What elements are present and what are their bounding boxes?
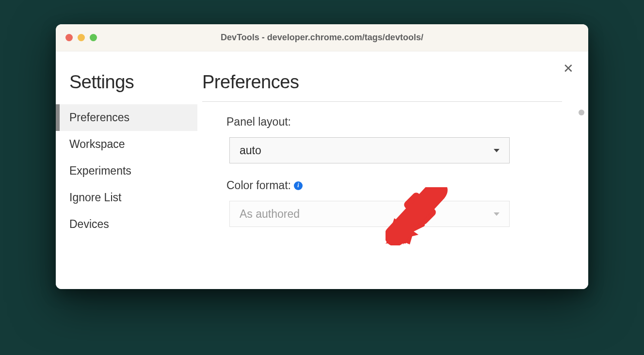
close-window-button[interactable] xyxy=(65,34,73,41)
traffic-lights xyxy=(65,34,97,41)
sidebar-item-label: Experiments xyxy=(69,164,131,177)
maximize-window-button[interactable] xyxy=(90,34,97,41)
color-format-select[interactable]: As authored xyxy=(229,201,510,227)
devtools-window: DevTools - developer.chrome.com/tags/dev… xyxy=(56,24,588,289)
sidebar-title: Settings xyxy=(69,72,197,93)
select-value: As authored xyxy=(240,208,300,221)
scrollbar-thumb[interactable] xyxy=(579,110,584,115)
divider xyxy=(202,101,562,102)
sidebar: Settings Preferences Workspace Experimen… xyxy=(56,51,197,289)
sidebar-item-workspace[interactable]: Workspace xyxy=(56,131,197,158)
sidebar-item-devices[interactable]: Devices xyxy=(56,211,197,238)
panel-layout-select[interactable]: auto xyxy=(229,137,510,163)
chevron-down-icon xyxy=(494,149,499,152)
scrollbar[interactable] xyxy=(578,110,584,283)
color-format-setting: Color format: i As authored xyxy=(202,179,574,227)
sidebar-item-label: Ignore List xyxy=(69,191,121,204)
window-title: DevTools - developer.chrome.com/tags/dev… xyxy=(56,32,588,43)
panel-layout-setting: Panel layout: auto xyxy=(202,115,574,163)
sidebar-item-experiments[interactable]: Experiments xyxy=(56,158,197,184)
chevron-down-icon xyxy=(494,212,499,216)
sidebar-item-label: Workspace xyxy=(69,138,125,150)
info-icon[interactable]: i xyxy=(294,181,303,190)
color-format-label: Color format: i xyxy=(226,179,559,192)
sidebar-item-label: Devices xyxy=(69,218,109,230)
sidebar-item-label: Preferences xyxy=(69,111,129,124)
preferences-pane: Preferences Panel layout: auto Color for… xyxy=(197,51,588,289)
select-value: auto xyxy=(240,144,261,157)
panel-layout-label: Panel layout: xyxy=(226,115,559,129)
minimize-window-button[interactable] xyxy=(78,34,85,41)
settings-content: ✕ Settings Preferences Workspace Experim… xyxy=(56,51,588,289)
sidebar-item-ignore-list[interactable]: Ignore List xyxy=(56,184,197,211)
sidebar-item-preferences[interactable]: Preferences xyxy=(56,104,197,131)
page-title: Preferences xyxy=(202,72,574,93)
titlebar: DevTools - developer.chrome.com/tags/dev… xyxy=(56,24,588,51)
